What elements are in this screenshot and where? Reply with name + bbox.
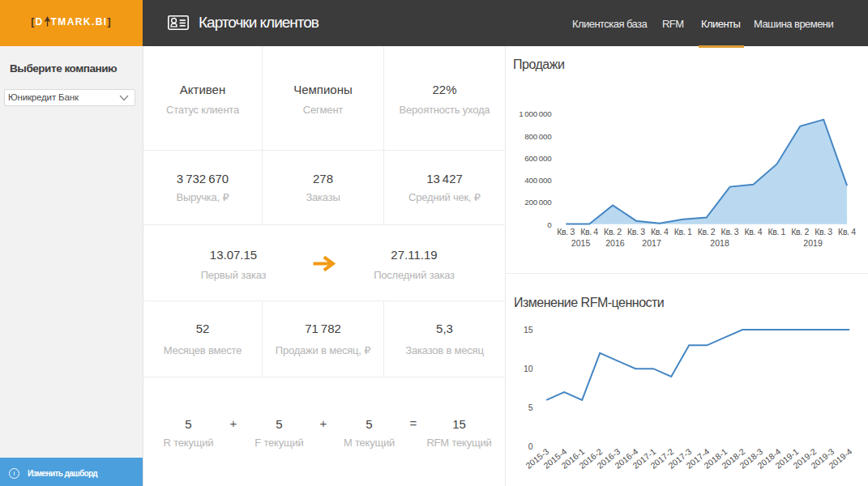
svg-text:Кв. 3: Кв. 3 (815, 227, 832, 237)
svg-text:Кв. 3: Кв. 3 (627, 227, 645, 237)
svg-text:Кв. 2: Кв. 2 (791, 227, 809, 237)
svg-text:15: 15 (524, 325, 533, 335)
svg-text:Кв. 4: Кв. 4 (651, 227, 669, 237)
svg-text:Кв. 4: Кв. 4 (745, 227, 763, 237)
svg-text:Кв. 4: Кв. 4 (580, 227, 598, 237)
svg-text:Кв. 3: Кв. 3 (721, 227, 739, 237)
svg-text:Кв. 2: Кв. 2 (604, 227, 622, 237)
svg-text:600 000: 600 000 (524, 154, 552, 163)
svg-text:800 000: 800 000 (524, 132, 552, 141)
svg-text:Кв. 2: Кв. 2 (698, 227, 716, 237)
svg-text:2015: 2015 (571, 238, 591, 248)
svg-text:2018: 2018 (710, 238, 729, 248)
svg-text:5: 5 (528, 403, 533, 412)
svg-text:Кв. 1: Кв. 1 (768, 227, 785, 237)
svg-text:Кв. 4: Кв. 4 (838, 227, 856, 237)
svg-text:400 000: 400 000 (524, 176, 552, 185)
svg-text:10: 10 (524, 364, 533, 373)
svg-text:1 000 000: 1 000 000 (519, 109, 552, 118)
svg-text:Кв. 1: Кв. 1 (674, 227, 692, 237)
svg-text:0: 0 (547, 220, 552, 229)
svg-text:2017: 2017 (642, 238, 661, 248)
svg-text:2016: 2016 (605, 238, 625, 248)
svg-text:200 000: 200 000 (524, 198, 552, 207)
svg-text:Кв. 3: Кв. 3 (557, 227, 575, 237)
svg-text:2019: 2019 (803, 238, 823, 248)
svg-text:0: 0 (528, 441, 533, 451)
